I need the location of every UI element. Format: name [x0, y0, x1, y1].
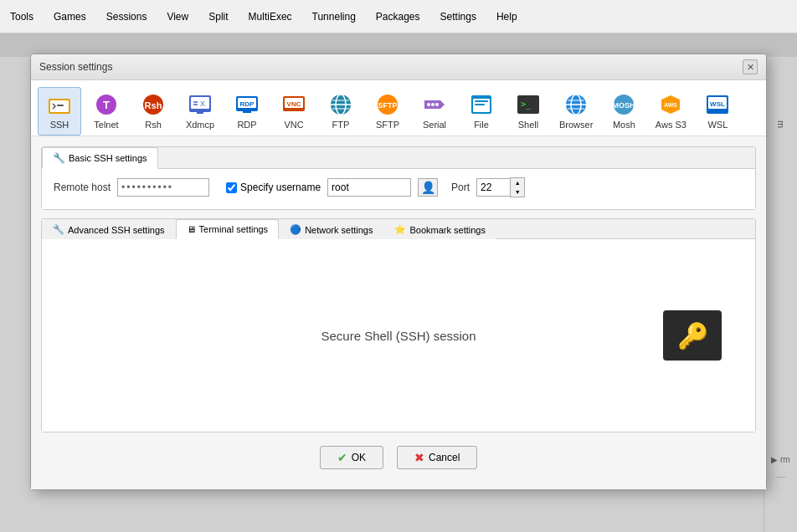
specify-username-label: Specify username — [240, 182, 321, 193]
user-icon-button[interactable]: 👤 — [418, 178, 438, 197]
port-increment-button[interactable]: ▲ — [511, 178, 524, 187]
ok-icon: ✔ — [337, 451, 347, 464]
tab-terminal-settings[interactable]: 🖥 Terminal settings — [176, 219, 280, 239]
proto-serial-label: Serial — [423, 120, 446, 130]
proto-vnc[interactable]: VNC VNC — [272, 87, 316, 136]
ok-button[interactable]: ✔ OK — [320, 446, 383, 469]
svg-text:WSL: WSL — [710, 100, 725, 108]
telnet-icon: T — [93, 91, 120, 118]
svg-rect-9 — [197, 112, 203, 114]
proto-shell[interactable]: >_ Shell — [506, 87, 550, 136]
network-settings-icon: 🔵 — [290, 224, 301, 235]
port-spinner: ▲ ▼ — [476, 177, 525, 197]
proto-vnc-label: VNC — [284, 120, 303, 130]
menu-help[interactable]: Help — [493, 9, 521, 24]
menu-view[interactable]: View — [163, 9, 192, 24]
proto-file[interactable]: File — [460, 87, 503, 136]
menu-tools[interactable]: Tools — [7, 9, 37, 24]
cancel-button[interactable]: ✖ Cancel — [397, 446, 477, 469]
terminal-settings-label: Terminal settings — [199, 224, 269, 234]
username-input[interactable] — [327, 178, 411, 197]
proto-wsl[interactable]: WSL WSL — [696, 87, 739, 136]
tab-basic-ssh[interactable]: 🔧 Basic SSH settings — [42, 147, 158, 169]
tab-network-settings[interactable]: 🔵 Network settings — [279, 219, 383, 239]
remote-host-input[interactable] — [117, 178, 209, 197]
svg-text:VNC: VNC — [287, 100, 301, 108]
svg-text:SFTP: SFTP — [378, 101, 397, 110]
advanced-ssh-icon: 🔧 — [53, 224, 64, 235]
menu-games[interactable]: Games — [50, 9, 90, 24]
proto-rsh[interactable]: Rsh Rsh — [131, 87, 175, 136]
menu-multiexec[interactable]: MultiExec — [245, 9, 296, 24]
svg-point-27 — [435, 103, 439, 106]
proto-serial[interactable]: Serial — [413, 87, 456, 136]
svg-rect-31 — [475, 104, 485, 105]
menu-settings[interactable]: Settings — [437, 9, 480, 24]
proto-browser[interactable]: Browser — [553, 87, 599, 136]
bookmark-settings-icon: ⭐ — [394, 224, 406, 235]
file-icon — [468, 91, 495, 118]
advanced-ssh-label: Advanced SSH settings — [68, 225, 165, 235]
proto-telnet[interactable]: T Telnet — [85, 87, 128, 136]
shell-icon: >_ — [515, 91, 542, 118]
dialog-content: 🔧 Basic SSH settings Remote host Specify… — [31, 136, 766, 489]
svg-rect-46 — [712, 110, 723, 112]
menu-sessions[interactable]: Sessions — [103, 9, 151, 24]
svg-rect-13 — [243, 111, 251, 113]
proto-wsl-label: WSL — [707, 120, 728, 130]
svg-text:AWS: AWS — [664, 102, 677, 108]
svg-text:>_: >_ — [521, 100, 532, 110]
tab-bookmark-settings[interactable]: ⭐ Bookmark settings — [383, 219, 496, 239]
xdmcp-icon: X — [187, 91, 213, 118]
wsl-icon: WSL — [704, 91, 731, 118]
proto-rdp[interactable]: RDP RDP — [225, 87, 269, 136]
svg-point-26 — [431, 103, 434, 106]
menu-split[interactable]: Split — [205, 9, 231, 24]
tab-advanced-ssh[interactable]: 🔧 Advanced SSH settings — [42, 219, 176, 239]
dialog-title: Session settings — [39, 61, 112, 73]
menu-tunneling[interactable]: Tunneling — [309, 9, 359, 24]
proto-awss3[interactable]: AWS Aws S3 — [649, 87, 692, 136]
dialog-footer: ✔ OK ✖ Cancel — [41, 442, 756, 479]
proto-ssh[interactable]: SSH — [38, 87, 81, 136]
svg-text:Rsh: Rsh — [145, 100, 162, 110]
cancel-icon: ✖ — [414, 451, 424, 464]
modal-overlay: Session settings ✕ SSH — [0, 57, 797, 532]
ok-label: OK — [352, 452, 366, 463]
port-spinner-buttons: ▲ ▼ — [510, 177, 525, 197]
svg-rect-30 — [475, 100, 488, 102]
svg-text:MOSH: MOSH — [613, 101, 635, 110]
proto-mosh[interactable]: MOSH Mosh — [602, 87, 645, 136]
menu-packages[interactable]: Packages — [373, 9, 424, 24]
basic-tab-content: Remote host Specify username 👤 Port — [42, 169, 755, 209]
rdp-icon: RDP — [234, 91, 260, 118]
specify-username-checkbox[interactable] — [226, 182, 237, 193]
proto-ssh-label: SSH — [50, 120, 69, 130]
port-decrement-button[interactable]: ▼ — [511, 187, 524, 197]
bookmark-settings-label: Bookmark settings — [409, 225, 485, 235]
close-button[interactable]: ✕ — [743, 59, 758, 74]
proto-rdp-label: RDP — [237, 120, 256, 130]
proto-ftp[interactable]: FTP — [319, 87, 363, 136]
basic-ssh-tab-icon: 🔧 — [53, 152, 65, 164]
svg-text:RDP: RDP — [240, 100, 255, 108]
proto-mosh-label: Mosh — [613, 120, 635, 130]
serial-icon — [421, 91, 448, 118]
lower-tab-content: Secure Shell (SSH) session 🔑 — [42, 239, 755, 432]
basic-tab-bar: 🔧 Basic SSH settings — [42, 147, 755, 169]
svg-text:T: T — [103, 99, 110, 111]
port-input[interactable] — [476, 178, 510, 197]
network-settings-label: Network settings — [305, 225, 373, 235]
protocol-bar: SSH T Telnet Rsh Rsh — [31, 80, 766, 136]
proto-ftp-label: FTP — [332, 120, 350, 130]
awss3-icon: AWS — [657, 91, 684, 118]
vnc-icon: VNC — [280, 91, 307, 118]
port-label: Port — [451, 182, 470, 193]
proto-xdmcp[interactable]: X Xdmcp — [178, 87, 222, 136]
menu-bar: Tools Games Sessions View Split MultiExe… — [0, 0, 797, 33]
rsh-icon: Rsh — [140, 91, 167, 118]
dialog-titlebar: Session settings ✕ — [31, 54, 766, 80]
proto-xdmcp-label: Xdmcp — [186, 120, 214, 130]
proto-sftp[interactable]: SFTP SFTP — [366, 87, 409, 136]
session-type-label: Secure Shell (SSH) session — [321, 329, 476, 343]
